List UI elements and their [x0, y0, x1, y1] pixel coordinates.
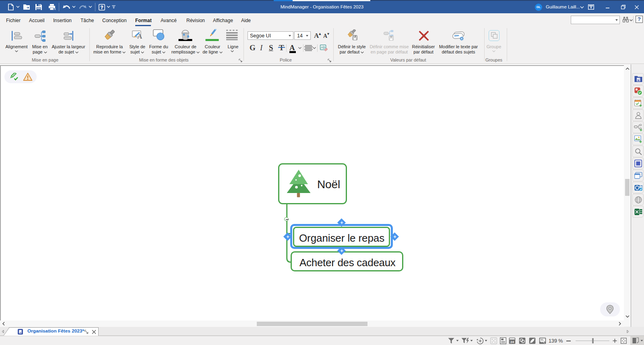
svg-text:24: 24: [510, 340, 514, 344]
svg-text:Ab: Ab: [321, 45, 325, 49]
